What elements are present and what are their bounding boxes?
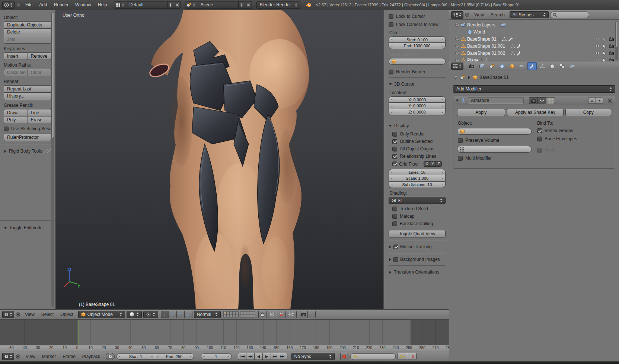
keying-set-field[interactable]	[350, 353, 396, 360]
scale-manipulator-toggle[interactable]	[184, 311, 192, 318]
frame-end-field[interactable]: End: 250	[155, 353, 194, 360]
add-scene-button[interactable]	[238, 1, 245, 9]
multi-modifier-checkbox[interactable]	[458, 156, 463, 161]
collapse-menus-button[interactable]	[16, 3, 20, 7]
menu-window[interactable]: Window	[72, 2, 95, 7]
timeline-menu-marker[interactable]: Marker	[39, 354, 59, 359]
grid-floor-checkbox[interactable]	[392, 162, 397, 166]
only-render-row[interactable]: Only Render	[392, 131, 442, 137]
apply-button[interactable]: Apply	[457, 109, 505, 116]
timeline-menu-playback[interactable]: Playback	[79, 354, 104, 359]
layer-cell-20[interactable]	[252, 314, 255, 317]
scene-name-field[interactable]: Scene	[197, 1, 239, 9]
remove-button[interactable]: Remove	[28, 52, 52, 60]
cursor-z-field[interactable]: Z: 0.0000	[389, 109, 446, 115]
expand-icon[interactable]: +	[455, 37, 459, 41]
rotate-manipulator-toggle[interactable]	[176, 311, 185, 318]
outliner-menu-view[interactable]: View	[471, 12, 487, 17]
grid-axis-z-button[interactable]: Z	[435, 161, 442, 167]
outliner-display-mode-select[interactable]: All Scenes	[510, 11, 549, 18]
outline-selected-checkbox[interactable]	[392, 139, 397, 144]
tab-object-data-properties[interactable]	[537, 62, 547, 70]
play-button[interactable]: ▶	[262, 353, 271, 360]
expand-icon[interactable]: +	[455, 44, 459, 48]
use-preview-range-toggle[interactable]	[106, 353, 115, 360]
calculate-button[interactable]: Calculate	[4, 69, 28, 76]
delete-keyframe-button[interactable]	[407, 353, 417, 360]
sync-mode-select[interactable]: No Sync	[291, 353, 335, 360]
collapse-menus-button[interactable]	[16, 354, 20, 359]
cursor-y-field[interactable]: Y: 0.0000	[389, 103, 446, 109]
outline-selected-row[interactable]: Outline Selected	[392, 139, 442, 144]
info-editor-select[interactable]	[2, 1, 15, 9]
modifier-name-field[interactable]: Armature	[468, 97, 524, 104]
rigid-body-tools-panel-header[interactable]: Rigid Body Tools	[0, 147, 55, 155]
outliner-scrollbar[interactable]	[615, 21, 618, 60]
timeline-editor-select[interactable]	[2, 353, 14, 360]
only-render-checkbox[interactable]	[392, 132, 397, 137]
outliner-row-baseshape-01[interactable]: +BaseShape 01|	[449, 35, 619, 42]
snap-toggle[interactable]	[278, 311, 286, 318]
delete-modifier-button[interactable]	[608, 99, 612, 103]
translate-manipulator-toggle[interactable]	[169, 311, 177, 318]
clear-button[interactable]: Clear	[28, 69, 52, 76]
timeline-menu-frame[interactable]: Frame	[59, 354, 79, 359]
timeline-menu-view[interactable]: View	[22, 354, 39, 359]
scene-lock-toggle[interactable]	[258, 311, 267, 318]
jump-prev-keyframe-button[interactable]: ◀◀	[246, 353, 255, 360]
viewport-menu-view[interactable]: View	[22, 312, 38, 317]
draw-button[interactable]: Draw	[4, 109, 28, 116]
backface-culling-row[interactable]: Backface Culling	[392, 221, 442, 226]
timeline-ruler[interactable]: -50-40-30-20-100102030405060708090100110…	[0, 345, 449, 351]
duplicate-objects-button[interactable]: Duplicate Objects	[4, 21, 51, 29]
matcap-row[interactable]: Matcap	[392, 214, 442, 219]
cursor-x-field[interactable]: X: 0.0000	[389, 96, 446, 103]
outliner-row-world[interactable]: World	[449, 28, 619, 35]
auto-keyframe-toggle[interactable]	[340, 353, 348, 360]
tab-scene-properties[interactable]	[487, 62, 497, 70]
delete-button[interactable]: Delete	[4, 29, 51, 36]
expand-icon[interactable]: +	[455, 23, 459, 27]
repeat-last-button[interactable]: Repeat Last	[4, 85, 51, 93]
layer-cell-10[interactable]	[235, 314, 239, 317]
toggle-renderability-icon[interactable]	[609, 44, 614, 48]
opengl-render-button[interactable]	[300, 311, 308, 318]
lock-camera-row[interactable]: Lock Camera to View	[389, 22, 446, 27]
outliner-row-baseshape-01-001[interactable]: +BaseShape 01.001|	[449, 42, 619, 50]
frame-start-field[interactable]: Start: 1	[117, 353, 155, 360]
menu-help[interactable]: Help	[95, 2, 111, 7]
tab-texture-properties[interactable]	[558, 62, 567, 70]
toggle-visibility-icon[interactable]	[595, 37, 600, 41]
toggle-selectability-icon[interactable]	[603, 44, 606, 48]
scene-icon-button[interactable]	[185, 1, 197, 9]
outliner-menu-search[interactable]: Search	[487, 12, 508, 17]
tool-shelf-scrollbar[interactable]	[51, 12, 54, 307]
timeline-track[interactable]	[0, 319, 449, 345]
render-border-row[interactable]: Render Border	[389, 69, 446, 74]
multi-modifier-row[interactable]: Multi Modifier	[458, 156, 531, 161]
toggle-renderability-icon[interactable]	[609, 51, 614, 55]
tab-object-properties[interactable]	[507, 62, 517, 70]
manipulator-toggle[interactable]	[161, 311, 169, 318]
clip-end-field[interactable]: End: 1000.000	[389, 43, 446, 49]
lock-to-cursor-row[interactable]: Lock to Cursor	[389, 14, 446, 19]
move-modifier-up-button[interactable]: ▲	[588, 97, 596, 104]
toggle-quad-view-button[interactable]: Toggle Quad View	[389, 230, 446, 237]
outliner-search-input[interactable]	[550, 12, 589, 18]
tab-render-layers-properties[interactable]	[477, 62, 486, 70]
mode-select[interactable]: Object Mode	[78, 311, 125, 318]
tab-material-properties[interactable]	[548, 62, 557, 70]
vertex-groups-row[interactable]: Vertex Groups	[537, 128, 610, 133]
display-panel-header[interactable]: Display	[389, 122, 446, 129]
menu-file[interactable]: File	[22, 2, 36, 7]
vertex-groups-checkbox[interactable]	[537, 128, 542, 133]
outliner-row-baseshape-01-002[interactable]: +BaseShape 01.002|	[449, 50, 619, 57]
menu-render[interactable]: Render	[51, 2, 72, 7]
poly-button[interactable]: Poly	[4, 116, 28, 124]
background-images-checkbox[interactable]	[393, 257, 398, 262]
all-object-origins-checkbox[interactable]	[392, 147, 397, 151]
viewport-shading-select[interactable]	[127, 311, 142, 318]
add-screen-layout-button[interactable]	[167, 1, 174, 9]
tab-constraints-properties[interactable]	[517, 62, 527, 70]
pin-icon[interactable]	[454, 75, 458, 80]
